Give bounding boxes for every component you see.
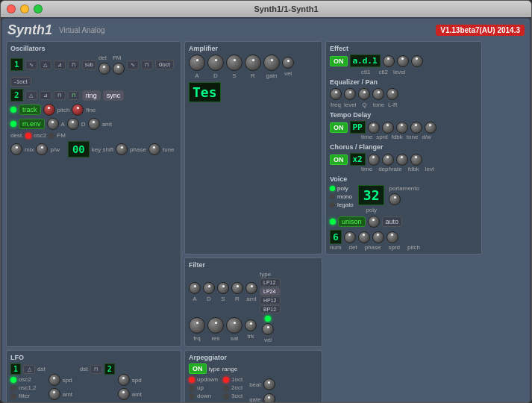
osc2-wave-saw[interactable]: ⊿ — [40, 91, 51, 100]
filter-d-knob[interactable] — [203, 282, 215, 294]
arp-gate-knob[interactable] — [263, 393, 275, 403]
osc2-wave-sq2[interactable]: ⊓ — [68, 91, 80, 100]
filter-sat-knob[interactable] — [226, 317, 242, 334]
lfo1-wave-tri[interactable]: △ — [23, 365, 35, 374]
auto-btn[interactable]: auto — [382, 216, 403, 227]
eq-tone-knob[interactable] — [372, 88, 384, 100]
osc1-wave-tri[interactable]: △ — [40, 60, 51, 69]
amp-vel-knob[interactable] — [282, 57, 294, 69]
voice-sprd-knob[interactable] — [372, 231, 384, 243]
title-bar: Synth1/1-Synth1 — [1, 1, 531, 17]
osc2-fine-knob[interactable] — [72, 104, 84, 116]
osc1-wave-sub[interactable]: sub — [82, 60, 96, 69]
lfo2-spd-knob[interactable] — [118, 374, 130, 386]
td-sprd-knob[interactable] — [382, 122, 394, 134]
chorus-type[interactable]: x2 — [350, 153, 366, 166]
osc1-wave-saw[interactable]: ⊿ — [54, 60, 66, 69]
eq-freq-knob[interactable] — [330, 88, 342, 100]
ch-time-knob[interactable] — [368, 154, 380, 166]
osc2-wave-tri[interactable]: △ — [25, 91, 37, 100]
amp-d-knob[interactable] — [207, 54, 224, 71]
minimize-button[interactable] — [20, 4, 29, 13]
osc2-pitch-knob[interactable] — [43, 104, 55, 116]
close-button[interactable] — [7, 4, 16, 13]
legato-led — [330, 202, 335, 207]
voice-num-display[interactable]: 6 — [330, 230, 342, 244]
filter-s-knob[interactable] — [217, 282, 229, 294]
tempo-delay-type[interactable]: PP — [350, 121, 366, 134]
filter-bp12[interactable]: BP12 — [260, 305, 281, 313]
osc1-fm-knob[interactable] — [113, 63, 125, 75]
filter-a-knob[interactable] — [189, 282, 201, 294]
unison-knob[interactable] — [368, 216, 380, 228]
filter-trk-knob[interactable] — [245, 319, 257, 331]
effect-level-knob[interactable] — [411, 55, 423, 67]
td-tone-knob[interactable] — [410, 122, 422, 134]
ring-btn[interactable]: ring — [82, 90, 101, 101]
chorus-on-btn[interactable]: ON — [330, 154, 348, 165]
osc2-wave-sq[interactable]: ⊓ — [54, 91, 66, 100]
ch-levl-knob[interactable] — [410, 154, 422, 166]
portamento-knob[interactable] — [389, 193, 401, 205]
filter-lp24[interactable]: LP24 — [260, 287, 281, 296]
eq-q-knob[interactable] — [358, 88, 370, 100]
menv-amt-knob[interactable] — [88, 118, 100, 130]
eq-level-knob[interactable] — [344, 88, 356, 100]
voice-phase-knob[interactable] — [358, 231, 370, 243]
lfo2-amt-knob[interactable] — [118, 388, 130, 400]
filter-frq-knob[interactable] — [189, 317, 205, 334]
ch-rate-knob[interactable] — [382, 154, 394, 166]
sub-wave2[interactable]: ⊓ — [141, 60, 153, 69]
poly-label: poly — [337, 185, 348, 192]
amp-s-knob[interactable] — [226, 54, 242, 71]
oct-m1-btn[interactable]: -1oct — [10, 77, 31, 87]
td-time-knob[interactable] — [368, 122, 380, 134]
filter-res-knob[interactable] — [207, 317, 224, 334]
sub-wave1[interactable]: ∿ — [127, 60, 139, 69]
filter-hp12[interactable]: HP12 — [260, 296, 281, 304]
pw-knob[interactable] — [36, 143, 48, 155]
arp-on-btn[interactable]: ON — [189, 363, 207, 374]
filter-r-knob[interactable] — [231, 282, 243, 294]
effect-on-btn[interactable]: ON — [330, 56, 348, 66]
effect-ctl1-knob[interactable] — [383, 55, 395, 67]
ctl2-label: ctl2 — [378, 69, 387, 75]
filter-vel-knob[interactable] — [262, 323, 274, 335]
voice-det-knob[interactable] — [344, 231, 356, 243]
osc1-wave-sq[interactable]: ⊓ — [68, 60, 80, 69]
lfo1-amt-knob[interactable] — [48, 388, 60, 400]
osc1-wave-sine[interactable]: ∿ — [25, 60, 37, 69]
lfo2-wave-sq[interactable]: ⊓ — [90, 365, 102, 374]
menv-a-knob[interactable] — [47, 118, 59, 130]
voice-pitch-knob[interactable] — [387, 231, 398, 243]
menv-btn[interactable]: m.env — [19, 119, 45, 129]
track-btn[interactable]: track — [19, 104, 41, 115]
eq-lr-knob[interactable] — [387, 88, 398, 100]
maximize-button[interactable] — [34, 4, 43, 13]
pw-label: p/w — [50, 146, 59, 153]
amp-gain-knob[interactable] — [263, 54, 280, 71]
key-shift-display[interactable]: 00 — [68, 141, 90, 157]
poly-display[interactable]: 32 — [358, 185, 385, 205]
unison-btn[interactable]: unison — [338, 216, 366, 227]
filter-lp12[interactable]: LP12 — [260, 278, 281, 287]
tempo-delay-on-btn[interactable]: ON — [330, 122, 348, 133]
lfo1-spd-knob[interactable] — [48, 374, 60, 386]
phase-knob[interactable] — [116, 143, 128, 155]
osc1-det-knob[interactable] — [98, 63, 110, 75]
amp-r-knob[interactable] — [245, 54, 261, 71]
tune-knob[interactable] — [148, 143, 160, 155]
amp-a-knob[interactable] — [189, 54, 205, 71]
arp-beat-knob[interactable] — [263, 378, 275, 390]
effect-type-display[interactable]: a.d.1 — [350, 54, 381, 67]
td-dw-knob[interactable] — [425, 122, 436, 134]
effect-ctl2-knob[interactable] — [397, 55, 409, 67]
oct0-btn[interactable]: 0oct — [155, 60, 174, 69]
td-fdbk-knob[interactable] — [396, 122, 408, 134]
filter-amt-knob[interactable] — [245, 282, 257, 294]
sync-btn[interactable]: sync — [103, 90, 125, 101]
mix-knob[interactable] — [10, 143, 22, 155]
menv-d-knob[interactable] — [67, 118, 79, 130]
ch-fdbk-knob[interactable] — [396, 154, 408, 166]
osc1-ring-sync-row: 2 △ ⊿ ⊓ ⊓ ring sync — [10, 89, 177, 101]
